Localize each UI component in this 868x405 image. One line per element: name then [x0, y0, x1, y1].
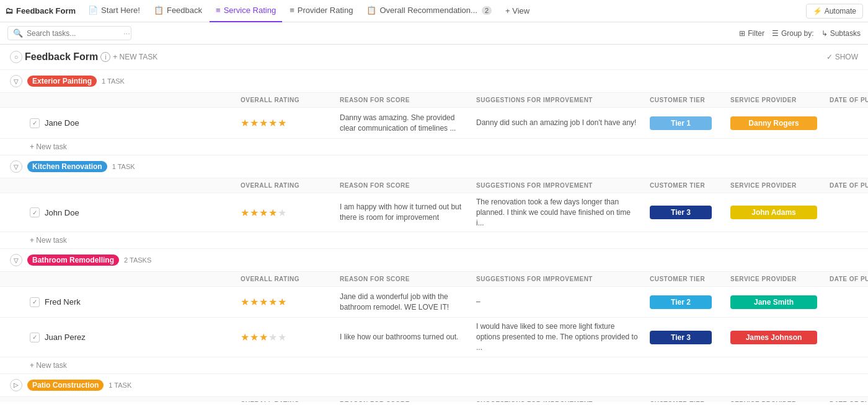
date-cell: 6/20/22	[825, 294, 868, 310]
table-row: ✓ Fred Nerk ★★★★★ Jane did a wonderful j…	[0, 287, 868, 318]
add-view-button[interactable]: + View	[499, 4, 536, 18]
search-box[interactable]: 🔍 ···	[7, 26, 131, 40]
app-icon: 🗂	[5, 6, 13, 15]
task-checkbox[interactable]: ✓	[30, 207, 40, 217]
col-headers-bathroom-remodelling: OVERALL RATINGREASON FOR SCORESUGGESTION…	[0, 272, 868, 287]
group-count-bathroom-remodelling: 2 TASKS	[124, 256, 151, 264]
subtasks-button[interactable]: ↳ Subtasks	[822, 29, 861, 38]
new-task-row-exterior-painting[interactable]: + New task	[0, 139, 868, 155]
group-header-exterior-painting: ▽ Exterior Painting 1 TASK	[0, 70, 868, 93]
col-header-2: SUGGESTIONS FOR IMPROVEMENT	[471, 272, 645, 286]
tier-badge: Tier 1	[650, 116, 712, 130]
col-header-3: CUSTOMER TIER	[645, 93, 725, 107]
group-header-patio-construction: ▷ Patio Construction 1 TASK	[0, 374, 868, 397]
service-provider-cell: Danny Rogers	[725, 113, 825, 134]
tab-overall-recommendation[interactable]: 📋 Overall Recommendation... 2	[360, 0, 498, 22]
col-header-2: SUGGESTIONS FOR IMPROVEMENT	[471, 93, 645, 107]
task-name[interactable]: Fred Nerk	[45, 297, 81, 307]
page-header: ○ Feedback Form i + NEW TASK ✓ SHOW	[0, 45, 868, 70]
provider-badge: John Adams	[730, 206, 817, 219]
reason-cell: Danny was amazing. She provided clear co…	[335, 109, 471, 137]
overall-rating-cell: ★★★★★	[236, 292, 335, 311]
star-5: ★	[278, 331, 286, 343]
group-label-exterior-painting: Exterior Painting	[27, 76, 97, 87]
tab-icon: 📄	[88, 6, 98, 15]
star-rating: ★★★★★	[241, 331, 330, 343]
star-3: ★	[259, 331, 268, 343]
star-1: ★	[241, 117, 249, 129]
col-task	[0, 272, 236, 286]
tab-feedback[interactable]: 📋 Feedback	[148, 0, 208, 22]
table-row: ✓ Jane Doe ★★★★★ Danny was amazing. She …	[0, 108, 868, 139]
filter-button[interactable]: ⊞ Filter	[739, 29, 764, 38]
new-task-button[interactable]: + NEW TASK	[113, 53, 157, 61]
col-task	[0, 397, 236, 402]
tab-start-here[interactable]: 📄 Start Here!	[82, 0, 146, 22]
star-4: ★	[268, 331, 277, 343]
group-label-bathroom-remodelling: Bathroom Remodelling	[27, 255, 119, 266]
group-collapse-exterior-painting[interactable]: ▽	[10, 75, 22, 87]
table-row: ✓ Juan Perez ★★★★★ I like how our bathro…	[0, 318, 868, 357]
group-collapse-bathroom-remodelling[interactable]: ▽	[10, 254, 22, 266]
task-name[interactable]: John Doe	[45, 208, 79, 217]
col-header-4: SERVICE PROVIDER	[725, 178, 825, 193]
collapse-page-icon[interactable]: ○	[10, 51, 22, 63]
col-header-2: SUGGESTIONS FOR IMPROVEMENT	[471, 397, 645, 402]
task-checkbox[interactable]: ✓	[30, 297, 40, 307]
task-checkbox[interactable]: ✓	[30, 333, 40, 342]
task-name-cell: ✓ Fred Nerk	[0, 292, 236, 312]
toolbar-right: ⊞ Filter ☰ Group by: ↳ Subtasks	[739, 29, 861, 38]
date-cell: 6/3/22	[825, 329, 868, 346]
tab-service-rating[interactable]: ≡ Service Rating	[210, 0, 282, 22]
date-cell: 8/8/22	[825, 115, 868, 131]
col-header-5: DATE OF PURCHASE	[825, 272, 868, 286]
group-by-button[interactable]: ☰ Group by:	[772, 29, 814, 38]
automate-button[interactable]: ⚡ Automate	[806, 4, 863, 19]
col-header-0: OVERALL RATING	[236, 272, 335, 286]
page-title: Feedback Form	[25, 51, 98, 63]
star-2: ★	[250, 296, 259, 308]
star-3: ★	[259, 296, 268, 308]
group-collapse-patio-construction[interactable]: ▷	[10, 379, 22, 391]
star-2: ★	[250, 117, 259, 129]
search-icon: 🔍	[13, 28, 23, 38]
star-5: ★	[278, 117, 286, 129]
overall-rating-cell: ★★★★★	[236, 328, 335, 347]
suggestions-cell: –	[471, 293, 645, 311]
search-input[interactable]	[27, 29, 120, 38]
suggestions-cell: I would have liked to see more light fix…	[471, 318, 645, 356]
star-5: ★	[278, 207, 286, 219]
col-header-1: REASON FOR SCORE	[335, 93, 471, 107]
star-1: ★	[241, 207, 249, 219]
new-task-row-bathroom-remodelling[interactable]: + New task	[0, 357, 868, 374]
new-task-row-kitchen-renovation[interactable]: + New task	[0, 232, 868, 249]
more-icon[interactable]: ···	[123, 28, 130, 38]
table-row: ✓ John Doe ★★★★★ I am happy with how it …	[0, 193, 868, 232]
task-name[interactable]: Juan Perez	[45, 333, 86, 342]
group-by-icon: ☰	[772, 29, 779, 38]
col-header-4: SERVICE PROVIDER	[725, 272, 825, 286]
show-button[interactable]: ✓ SHOW	[826, 53, 858, 61]
col-headers-exterior-painting: OVERALL RATINGREASON FOR SCORESUGGESTION…	[0, 93, 868, 108]
tier-badge: Tier 3	[650, 206, 712, 219]
star-rating: ★★★★★	[241, 296, 330, 308]
group-header-kitchen-renovation: ▽ Kitchen Renovation 1 TASK	[0, 155, 868, 178]
star-1: ★	[241, 331, 249, 343]
tab-icon: 📋	[366, 6, 376, 15]
star-3: ★	[259, 207, 268, 219]
date-cell: 7/14/22	[825, 204, 868, 220]
col-header-1: REASON FOR SCORE	[335, 272, 471, 286]
col-header-5: DATE OF PURCHASE	[825, 93, 868, 107]
task-checkbox[interactable]: ✓	[30, 118, 40, 128]
group-collapse-kitchen-renovation[interactable]: ▽	[10, 160, 22, 173]
info-icon[interactable]: i	[100, 52, 110, 62]
app-title: 🗂 Feedback Form	[5, 6, 76, 15]
col-header-3: CUSTOMER TIER	[645, 397, 725, 402]
service-provider-cell: James Johnson	[725, 327, 825, 348]
nav-right: ⚡ Automate	[806, 4, 863, 19]
col-task	[0, 93, 236, 107]
service-provider-cell: Jane Smith	[725, 292, 825, 313]
tab-provider-rating[interactable]: ≡ Provider Rating	[283, 0, 359, 22]
task-name[interactable]: Jane Doe	[45, 118, 79, 128]
col-headers-patio-construction: OVERALL RATINGREASON FOR SCORESUGGESTION…	[0, 397, 868, 402]
